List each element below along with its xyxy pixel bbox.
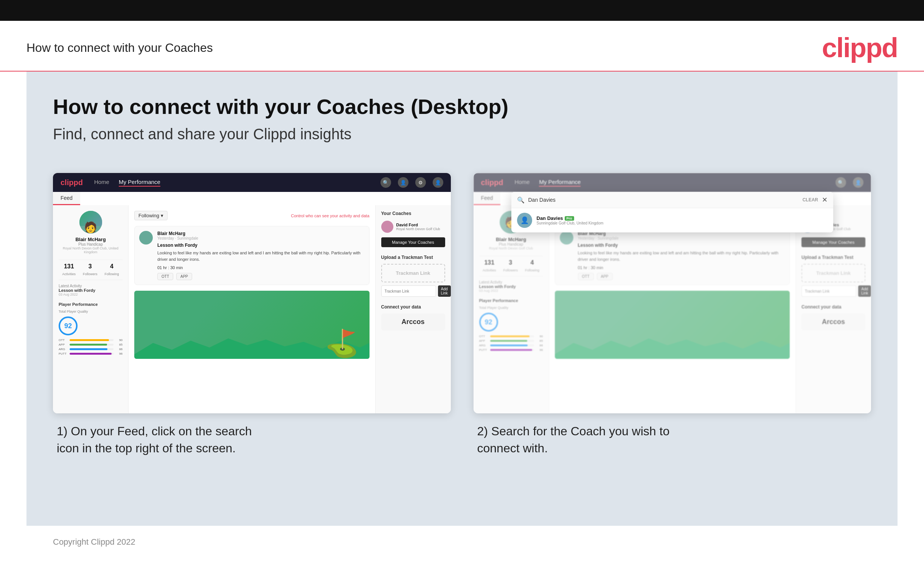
footer: Copyright Clippd 2022 bbox=[0, 526, 924, 559]
following-count: 4 bbox=[104, 263, 119, 270]
search-result-item[interactable]: 👤 Dan Davies Pro Sunningdale Golf Club, … bbox=[511, 208, 833, 232]
avatar-section: 🧑 Blair McHarg Plus Handicap Royal North… bbox=[58, 211, 123, 254]
player-performance: Player Performance Total Player Quality … bbox=[58, 302, 123, 356]
followers-count: 3 bbox=[83, 263, 97, 270]
right-coaches-panel: Your Coaches David Ford Royal North Devo… bbox=[375, 205, 451, 413]
latest-activity-section: Latest Activity Lesson with Fordy 03 Aug… bbox=[58, 284, 123, 296]
app-val: 85 bbox=[115, 343, 123, 346]
top-bar bbox=[0, 0, 924, 21]
arg-val: 86 bbox=[115, 347, 123, 351]
left-screenshot-panel: clippd Home My Performance 🔍 👤 ⚙ 👤 Feed bbox=[53, 173, 451, 461]
app-logo: clippd bbox=[60, 178, 83, 187]
blurred-left-panel: 🧑 Blair McHarg Plus Handicap Royal North… bbox=[474, 205, 549, 413]
control-link[interactable]: Control who can see your activity and da… bbox=[291, 213, 369, 218]
following-row: Following ▾ Control who can see your act… bbox=[134, 211, 369, 220]
activity-date: 03 Aug 2022 bbox=[58, 292, 123, 296]
blurred-right-coaches: Your Coaches Dan Davies Sunningdale Golf… bbox=[795, 205, 871, 413]
ott-val: 90 bbox=[115, 338, 123, 342]
blurred-profile-icon: 👤 bbox=[853, 177, 864, 188]
step2-text: 2) Search for the Coach you wish toconne… bbox=[477, 424, 670, 455]
avatar-icon[interactable]: 👤 bbox=[433, 177, 443, 188]
post-text: Looking to feel like my hands are exitin… bbox=[157, 250, 365, 262]
clippd-logo: clippd bbox=[822, 32, 898, 63]
nav-link-my-performance[interactable]: My Performance bbox=[119, 179, 160, 187]
ott-bar-row: OTT 90 bbox=[58, 338, 123, 342]
post-meta: Yesterday · Sunningdale bbox=[157, 236, 365, 240]
activities-count: 131 bbox=[62, 263, 76, 270]
settings-icon[interactable]: ⚙ bbox=[415, 177, 426, 188]
right-screenshot-panel: clippd Home My Performance 🔍 👤 Feed bbox=[474, 173, 871, 461]
search-overlay-input-text[interactable]: Dan Davies bbox=[528, 197, 799, 203]
post-author-name: Blair McHarg bbox=[157, 231, 365, 236]
following-label: Following bbox=[104, 272, 119, 276]
nav-icons: 🔍 👤 ⚙ 👤 bbox=[380, 177, 443, 188]
activities-label: Activities bbox=[62, 272, 76, 276]
perf-sub: Total Player Quality bbox=[58, 310, 123, 313]
connect-title: Connect your data bbox=[381, 304, 445, 310]
arg-label: ARG bbox=[58, 347, 68, 351]
profile-handicap: Plus Handicap bbox=[58, 242, 123, 247]
pro-badge: Pro bbox=[565, 216, 574, 221]
stat-bars: OTT 90 APP 85 ARG bbox=[58, 338, 123, 356]
dashboard-body: 🧑 Blair McHarg Plus Handicap Royal North… bbox=[53, 205, 451, 413]
result-avatar: 👤 bbox=[517, 213, 532, 228]
coaches-title: Your Coaches bbox=[381, 211, 445, 216]
right-screenshot-frame: clippd Home My Performance 🔍 👤 Feed bbox=[474, 173, 871, 413]
arg-bar-row: ARG 86 bbox=[58, 347, 123, 351]
trackman-input-row: Add Link bbox=[381, 286, 445, 297]
post-avatar bbox=[139, 231, 153, 245]
trackman-placeholder: Trackman Link bbox=[381, 264, 445, 283]
profile-name: Blair McHarg bbox=[58, 237, 123, 242]
following-button[interactable]: Following ▾ bbox=[134, 211, 168, 220]
nav-link-home[interactable]: Home bbox=[94, 179, 109, 187]
app-bar-fill bbox=[70, 344, 107, 346]
middle-feed-panel: Following ▾ Control who can see your act… bbox=[129, 205, 375, 413]
blurred-dashboard-body: 🧑 Blair McHarg Plus Handicap Royal North… bbox=[474, 205, 871, 413]
clear-button[interactable]: CLEAR bbox=[803, 197, 818, 203]
result-name: Dan Davies Pro bbox=[537, 215, 604, 221]
post-actions: OTT APP bbox=[157, 273, 365, 280]
trackman-input[interactable] bbox=[381, 286, 436, 297]
feed-tab[interactable]: Feed bbox=[53, 192, 80, 205]
manage-coaches-button[interactable]: Manage Your Coaches bbox=[381, 237, 445, 247]
add-link-button[interactable]: Add Link bbox=[438, 286, 451, 297]
arg-bar-track bbox=[70, 348, 113, 350]
profile-icon[interactable]: 👤 bbox=[398, 177, 408, 188]
post-card: Blair McHarg Yesterday · Sunningdale Les… bbox=[134, 226, 369, 285]
result-location: Sunningdale Golf Club, United Kingdom bbox=[537, 221, 604, 225]
golfer-icon: ⛳ bbox=[325, 328, 358, 359]
step1-caption: 1) On your Feed, click on the searchicon… bbox=[53, 413, 451, 461]
putt-bar-fill bbox=[70, 353, 112, 355]
coach-card: David Ford Royal North Devon Golf Club bbox=[381, 221, 445, 233]
followers-stat: 3 Followers bbox=[83, 263, 97, 277]
app-nav-bar: clippd Home My Performance 🔍 👤 ⚙ 👤 bbox=[53, 173, 451, 192]
ott-button[interactable]: OTT bbox=[157, 273, 173, 280]
post-content: Blair McHarg Yesterday · Sunningdale Les… bbox=[157, 231, 365, 280]
arccos-brand: Arccos bbox=[381, 313, 445, 330]
coach-location: Royal North Devon Golf Club bbox=[396, 227, 440, 231]
coach-info: David Ford Royal North Devon Golf Club bbox=[396, 222, 440, 231]
putt-bar-track bbox=[70, 353, 113, 355]
upload-title: Upload a Trackman Test bbox=[381, 255, 445, 260]
blurred-app-nav: clippd Home My Performance 🔍 👤 bbox=[474, 173, 871, 192]
search-icon[interactable]: 🔍 bbox=[380, 177, 391, 188]
search-overlay: 🔍 Dan Davies CLEAR ✕ 👤 Dan Davies Pro S bbox=[511, 192, 833, 232]
followers-label: Followers bbox=[83, 272, 97, 276]
step1-text: 1) On your Feed, click on the searchicon… bbox=[57, 424, 252, 455]
post-title: Lesson with Fordy bbox=[157, 243, 365, 248]
coach-name: David Ford bbox=[396, 222, 440, 227]
app-label: APP bbox=[58, 343, 68, 346]
close-button[interactable]: ✕ bbox=[822, 196, 828, 204]
left-screenshot-frame: clippd Home My Performance 🔍 👤 ⚙ 👤 Feed bbox=[53, 173, 451, 413]
search-overlay-icon: 🔍 bbox=[517, 196, 524, 204]
app-bar-row: APP 85 bbox=[58, 343, 123, 346]
stats-row: 131 Activities 3 Followers 4 Following bbox=[58, 260, 123, 280]
activity-name: Lesson with Fordy bbox=[58, 288, 123, 292]
ott-bar-track bbox=[70, 339, 113, 341]
avatar: 🧑 bbox=[79, 211, 102, 234]
app-button[interactable]: APP bbox=[176, 273, 192, 280]
profile-location: Royal North Devon Golf Club, United King… bbox=[58, 247, 123, 254]
nav-links: Home My Performance bbox=[94, 179, 160, 187]
score-circle: 92 bbox=[58, 317, 78, 335]
latest-activity-label: Latest Activity bbox=[58, 284, 123, 288]
